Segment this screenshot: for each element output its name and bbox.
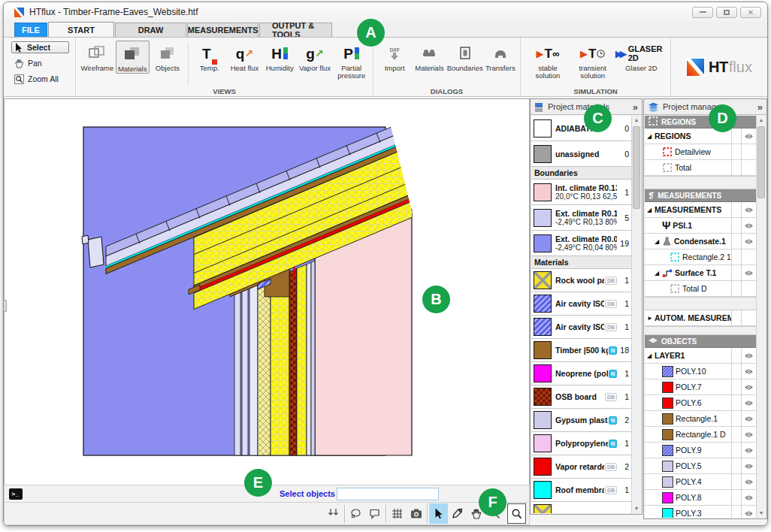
visibility-eye-icon[interactable] bbox=[744, 400, 754, 407]
tree-row-detailview[interactable]: Detailview bbox=[645, 144, 756, 160]
tab-output-tools[interactable]: OUTPUT & TOOLS bbox=[259, 23, 332, 37]
material-row-air-cavity-iso-100[interactable]: Air cavity ISO 100DB1 bbox=[531, 316, 631, 339]
visibility-eye-icon[interactable] bbox=[744, 416, 754, 422]
tree-row-regions[interactable]: ◢REGIONS bbox=[645, 128, 756, 144]
console-button[interactable]: >_ bbox=[9, 488, 23, 500]
tree-row-surface-t-1[interactable]: ◢Surface T.1 bbox=[645, 265, 756, 281]
tree-row-poly-9[interactable]: POLY.9 bbox=[645, 443, 756, 458]
glaser-2d-button[interactable]: ▶▶GLASER 2D Glaser 2D bbox=[615, 41, 667, 72]
visibility-cell[interactable] bbox=[741, 427, 756, 442]
visibility-cell[interactable] bbox=[741, 458, 756, 473]
humidity-view-button[interactable]: H Humidity bbox=[263, 41, 297, 72]
minimize-button[interactable] bbox=[692, 7, 713, 18]
tree-row-rectangle-1-d[interactable]: Rectangle.1 D bbox=[645, 427, 756, 443]
collapse-panel-button[interactable]: » bbox=[757, 101, 763, 113]
visibility-cell[interactable] bbox=[741, 249, 756, 264]
material-row-osb-board[interactable]: OSB boardDB1 bbox=[531, 385, 631, 409]
tree-section-bar-measurements[interactable]: ❡MEASUREMENTS bbox=[645, 189, 756, 202]
visibility-cell[interactable] bbox=[741, 506, 756, 518]
visibility-eye-icon[interactable] bbox=[744, 447, 754, 454]
tree-section-bar-regions[interactable]: REGIONS bbox=[645, 116, 756, 128]
maximize-button[interactable] bbox=[716, 7, 737, 18]
visibility-cell[interactable] bbox=[741, 128, 756, 144]
tree-row-rectangle-1[interactable]: Rectangle.1 bbox=[645, 411, 756, 427]
visibility-cell[interactable] bbox=[741, 265, 756, 280]
visibility-cell[interactable] bbox=[741, 474, 756, 489]
material-row-air-cavity-iso-100[interactable]: Air cavity ISO 100DB1 bbox=[531, 292, 631, 316]
transient-solution-button[interactable]: ▶T transient solution bbox=[572, 41, 614, 80]
tree-row-poly-5[interactable]: POLY.5 bbox=[645, 458, 756, 474]
material-row-timber-500-kg-m[interactable]: Timber |500 kg/mN18 bbox=[531, 339, 631, 362]
materials-dialog-button[interactable]: Materials bbox=[413, 41, 446, 72]
visibility-eye-icon[interactable] bbox=[744, 479, 754, 485]
tab-start[interactable]: START bbox=[48, 22, 114, 37]
expand-closed-icon[interactable]: ► bbox=[647, 315, 655, 322]
visibility-cell[interactable] bbox=[741, 490, 756, 505]
tree-row-poly-6[interactable]: POLY.6 bbox=[645, 395, 756, 411]
material-row-gypsum-plasterb[interactable]: Gypsum plasterbN2 bbox=[531, 409, 631, 432]
expand-open-icon[interactable]: ◢ bbox=[655, 238, 662, 245]
visibility-eye-icon[interactable] bbox=[744, 494, 754, 501]
tree-row-poly-8[interactable]: POLY.8 bbox=[645, 490, 756, 506]
tree-row-poly-7[interactable]: POLY.7 bbox=[645, 379, 756, 395]
materials-view-button[interactable]: Materials bbox=[116, 41, 150, 74]
tree-row-rectangle-2-1[interactable]: Rectangle.2 1 bbox=[645, 249, 756, 265]
visibility-eye-icon[interactable] bbox=[744, 352, 754, 359]
temperature-view-button[interactable]: T Temp. bbox=[192, 41, 226, 72]
visibility-cell[interactable] bbox=[741, 310, 756, 325]
visibility-eye-icon[interactable] bbox=[744, 431, 754, 438]
panel-splitter[interactable] bbox=[3, 300, 7, 312]
material-row-ext-climate-r0-13[interactable]: Ext. climate R0.13-2,49°C R0,13 80%5 bbox=[531, 205, 631, 231]
material-row-rock-wool-panel[interactable]: Rock wool panelDB1 bbox=[531, 269, 631, 292]
collapse-panel-button[interactable]: » bbox=[633, 101, 638, 113]
visibility-eye-icon[interactable] bbox=[744, 510, 754, 517]
heat-flux-view-button[interactable]: q↗ Heat flux bbox=[228, 41, 262, 72]
close-button[interactable]: ✕ bbox=[740, 7, 761, 18]
drawing-canvas[interactable] bbox=[4, 98, 530, 485]
partial-pressure-view-button[interactable]: P Partial pressure bbox=[333, 41, 370, 80]
wireframe-view-button[interactable]: Wireframe bbox=[80, 41, 114, 72]
visibility-eye-icon[interactable] bbox=[744, 133, 754, 140]
grid-button[interactable] bbox=[388, 503, 407, 524]
tree-row-measurements[interactable]: ◢MEASUREMENTS bbox=[645, 202, 756, 218]
materials-scrollbar[interactable]: ▲ ▼ bbox=[631, 116, 641, 513]
visibility-cell[interactable] bbox=[741, 411, 756, 426]
zoom-window-button[interactable] bbox=[507, 503, 526, 524]
screenshot-button[interactable] bbox=[407, 503, 425, 524]
tree-section-bar-objects[interactable]: OBJECTS bbox=[645, 335, 756, 348]
tree-row-poly-10[interactable]: POLY.10 bbox=[645, 364, 756, 379]
material-row-roof-membrane[interactable]: Roof membraneDB1 bbox=[531, 479, 631, 502]
visibility-cell[interactable] bbox=[741, 202, 756, 217]
vapor-flux-view-button[interactable]: g↗ Vapor flux bbox=[298, 41, 332, 72]
material-row-partial[interactable] bbox=[531, 502, 631, 513]
tree-row-psi-1[interactable]: ΨPSI.1 bbox=[645, 218, 756, 234]
tree-row-condensate-1[interactable]: ◢Condensate.1 bbox=[645, 234, 756, 249]
select-cursor-button[interactable] bbox=[429, 503, 448, 524]
visibility-cell[interactable] bbox=[741, 379, 756, 394]
material-row-int-climate-r0-13[interactable]: Int. climate R0.1320,0°C R0,13 62,51%1 bbox=[531, 180, 631, 205]
expand-open-icon[interactable]: ◢ bbox=[655, 270, 662, 277]
material-row-adiabatic[interactable]: ADIABATIC0 bbox=[531, 116, 631, 141]
color-picker-button[interactable] bbox=[448, 503, 467, 524]
visibility-eye-icon[interactable] bbox=[744, 222, 754, 229]
import-dxf-button[interactable]: DXF Import bbox=[378, 41, 411, 72]
tree-row-layer1[interactable]: ◢LAYER1 bbox=[645, 348, 756, 364]
material-row-unassigned[interactable]: unassigned0 bbox=[531, 141, 631, 167]
expand-open-icon[interactable]: ◢ bbox=[647, 352, 655, 359]
visibility-eye-icon[interactable] bbox=[744, 238, 754, 245]
tree-row-total-d[interactable]: Total D bbox=[645, 281, 756, 297]
visibility-cell[interactable] bbox=[741, 218, 756, 233]
objects-view-button[interactable]: Objects bbox=[151, 41, 185, 72]
transfers-dialog-button[interactable]: Transfers bbox=[484, 41, 517, 72]
visibility-cell[interactable] bbox=[741, 160, 756, 175]
select-objects-input[interactable] bbox=[337, 488, 439, 500]
pan-tool-button[interactable]: Pan bbox=[11, 57, 69, 69]
visibility-eye-icon[interactable] bbox=[744, 270, 754, 277]
visibility-cell[interactable] bbox=[741, 281, 756, 296]
visibility-eye-icon[interactable] bbox=[744, 384, 754, 391]
manager-scrollbar[interactable]: ▲ ▼ bbox=[756, 116, 766, 518]
select-tool-button[interactable]: Select bbox=[11, 41, 69, 53]
visibility-cell[interactable] bbox=[741, 443, 756, 458]
visibility-eye-icon[interactable] bbox=[744, 368, 754, 375]
material-row-neoprene-polycl[interactable]: Neoprene (polyclN1 bbox=[531, 362, 631, 385]
